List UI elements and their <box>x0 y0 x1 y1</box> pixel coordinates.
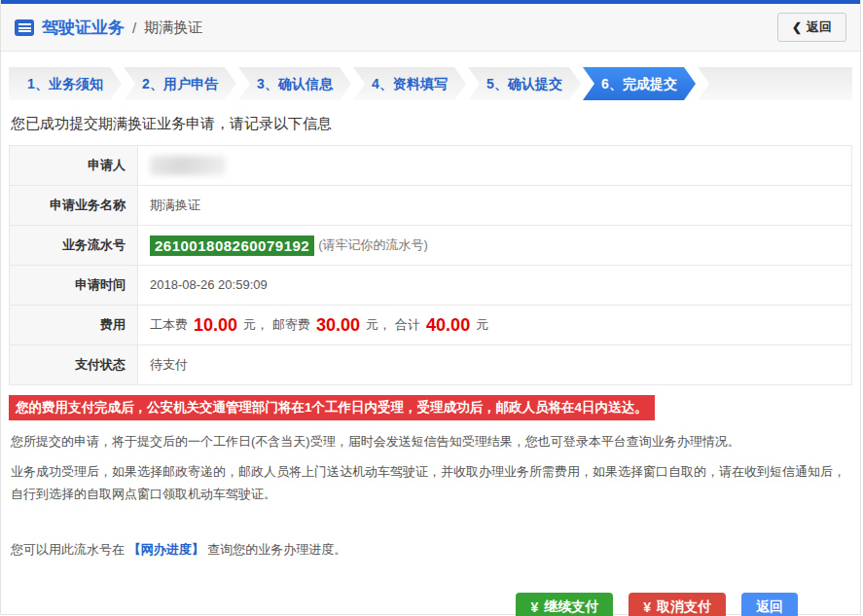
row-label: 申请人 <box>10 146 138 185</box>
step-6-complete-submit[interactable]: 6、完成提交 <box>583 67 696 100</box>
fee-item1-unit: 元， <box>243 306 269 344</box>
table-row-fee: 费用 工本费 10.00 元， 邮寄费 30.00 元， 合计 40.00 元 <box>10 306 851 345</box>
fee-total-amount: 40.00 <box>426 306 470 344</box>
fee-item1-label: 工本费 <box>150 306 188 344</box>
fee-item2-label: 邮寄费 <box>272 306 310 344</box>
progress-link[interactable]: 【网办进度】 <box>128 542 204 557</box>
cancel-pay-label: 取消支付 <box>657 598 711 616</box>
cancel-pay-button[interactable]: ¥ 取消支付 <box>629 593 726 616</box>
row-label: 费用 <box>10 306 138 344</box>
serial-number-badge: 261001808260079192 <box>150 236 314 256</box>
page: 驾驶证业务 / 期满换证 ❮ 返回 1、业务须知 2、用户申告 3、确认信息 4… <box>0 0 861 615</box>
step-4-fill-data[interactable]: 4、资料填写 <box>353 67 466 100</box>
footer-actions: ¥ 继续支付 ¥ 取消支付 返回 <box>9 593 852 616</box>
progress-note-before: 您可以用此流水号在 <box>11 542 125 557</box>
page-title: 驾驶证业务 <box>42 17 125 39</box>
row-value: 261001808260079192 (请牢记你的流水号) <box>138 226 851 265</box>
header: 驾驶证业务 / 期满换证 ❮ 返回 <box>1 4 860 52</box>
fee-item2-amount: 30.00 <box>316 306 360 344</box>
step-1-business-notice[interactable]: 1、业务须知 <box>9 67 122 100</box>
step-3-confirm-info[interactable]: 3、确认信息 <box>238 67 351 100</box>
fee-total-label: 合计 <box>395 306 420 344</box>
success-message: 您已成功提交期满换证业务申请，请记录以下信息 <box>11 115 850 133</box>
payment-alert-banner: 您的费用支付完成后，公安机关交通管理部门将在1个工作日内受理，受理成功后，邮政人… <box>9 395 655 420</box>
table-row-business-name: 申请业务名称 期满换证 <box>10 186 851 226</box>
serial-number-note: (请牢记你的流水号) <box>318 226 428 265</box>
info-paragraph-1: 您所提交的申请，将于提交后的一个工作日(不含当天)受理，届时会发送短信告知受理结… <box>11 431 850 453</box>
step-bar-filler <box>698 67 852 100</box>
chevron-left-icon: ❮ <box>792 20 802 34</box>
breadcrumb-separator: / <box>132 19 136 36</box>
fee-total-unit: 元 <box>476 306 488 344</box>
back-button[interactable]: ❮ 返回 <box>777 13 846 42</box>
step-5-confirm-submit[interactable]: 5、确认提交 <box>468 67 581 100</box>
back-button-label: 返回 <box>807 18 832 36</box>
yuan-icon: ¥ <box>530 599 538 615</box>
page-subtitle: 期满换证 <box>144 18 202 37</box>
applicant-name-redacted <box>150 156 226 175</box>
table-row-serial-number: 业务流水号 261001808260079192 (请牢记你的流水号) <box>10 226 851 266</box>
step-wizard: 1、业务须知 2、用户申告 3、确认信息 4、资料填写 5、确认提交 6、完成提… <box>9 67 852 100</box>
info-paragraph-2: 业务成功受理后，如果选择邮政寄递的，邮政人员将上门送达机动车驾驶证，并收取办理业… <box>11 461 850 506</box>
continue-pay-label: 继续支付 <box>544 598 598 616</box>
row-label: 支付状态 <box>10 345 138 384</box>
row-label: 业务流水号 <box>10 226 138 265</box>
continue-pay-button[interactable]: ¥ 继续支付 <box>516 593 613 616</box>
info-table: 申请人 申请业务名称 期满换证 业务流水号 261001808260079192… <box>9 145 852 385</box>
row-label: 申请时间 <box>10 266 138 305</box>
progress-note: 您可以用此流水号在 【网办进度】 查询您的业务办理进度。 <box>11 539 850 562</box>
table-row-apply-time: 申请时间 2018-08-26 20:59:09 <box>10 266 851 306</box>
table-row-payment-status: 支付状态 待支付 <box>10 345 851 384</box>
return-button[interactable]: 返回 <box>741 593 798 616</box>
row-value-fee: 工本费 10.00 元， 邮寄费 30.00 元， 合计 40.00 元 <box>138 306 851 344</box>
row-value: 期满换证 <box>138 186 851 225</box>
main-content: 您已成功提交期满换证业务申请，请记录以下信息 申请人 申请业务名称 期满换证 业… <box>1 115 860 616</box>
row-label: 申请业务名称 <box>10 186 138 225</box>
row-value: 2018-08-26 20:59:09 <box>138 266 851 305</box>
table-row-applicant: 申请人 <box>10 146 851 186</box>
yuan-icon: ¥ <box>643 599 651 615</box>
fee-item1-amount: 10.00 <box>194 306 237 344</box>
row-value <box>138 146 851 185</box>
document-list-icon <box>15 19 34 36</box>
step-2-user-declaration[interactable]: 2、用户申告 <box>124 67 236 100</box>
return-label: 返回 <box>756 598 783 616</box>
payment-status-value: 待支付 <box>138 345 851 384</box>
progress-note-after: 查询您的业务办理进度。 <box>207 542 346 557</box>
breadcrumb: 驾驶证业务 / 期满换证 <box>15 17 202 39</box>
fee-item2-unit: 元， <box>366 306 391 344</box>
